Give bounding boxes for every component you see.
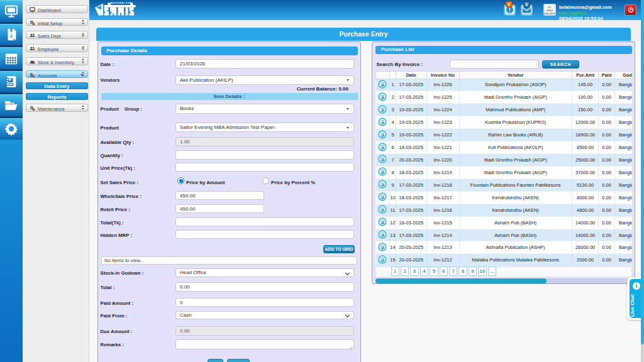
svg-text:$: $ — [33, 75, 34, 77]
svg-text:BOISODAI.COM: BOISODAI.COM — [111, 2, 132, 4]
